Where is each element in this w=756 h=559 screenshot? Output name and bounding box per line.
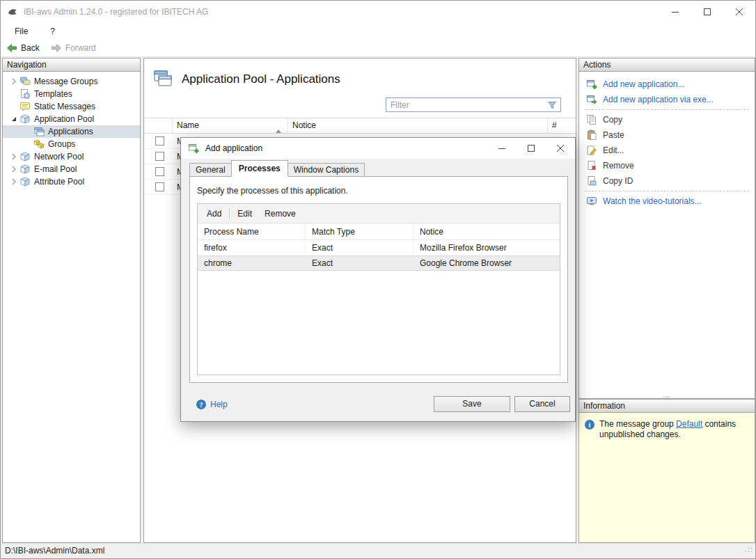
close-button[interactable] <box>723 1 755 23</box>
process-row-firefox[interactable]: firefox Exact Mozilla Firefox Browser <box>198 240 560 255</box>
action-label: Remove <box>603 161 634 171</box>
column-count-label: # <box>552 120 557 130</box>
chevron-right-icon[interactable] <box>8 151 19 162</box>
row-checkbox[interactable] <box>155 152 164 161</box>
dialog-close-button[interactable] <box>546 138 575 159</box>
app-window: IBI-aws Admin 1.24.0 - registered for IB… <box>0 0 756 559</box>
sidebar-item-applications[interactable]: Applications <box>3 125 140 138</box>
menu-help[interactable]: ? <box>47 25 58 38</box>
column-count[interactable]: # <box>548 118 576 133</box>
sidebar-item-message-groups[interactable]: Message Groups <box>3 75 140 88</box>
remove-icon <box>586 160 597 171</box>
action-watch-video-tutorials[interactable]: Watch the video-tutorials... <box>579 194 755 209</box>
remove-process-button[interactable]: Remove <box>258 209 302 219</box>
maximize-button[interactable] <box>691 1 723 23</box>
edit-process-button[interactable]: Edit <box>231 209 258 219</box>
cancel-button[interactable]: Cancel <box>514 396 570 412</box>
add-application-icon <box>586 79 597 90</box>
column-process-name[interactable]: Process Name <box>198 223 306 239</box>
back-label: Back <box>21 43 40 53</box>
sidebar-item-groups[interactable]: Groups <box>3 138 140 150</box>
add-process-button[interactable]: Add <box>200 209 228 219</box>
add-application-exe-icon <box>586 94 597 105</box>
column-notice-label: Notice <box>292 120 316 130</box>
column-match-type[interactable]: Match Type <box>306 223 414 239</box>
chevron-right-icon[interactable] <box>8 76 19 87</box>
action-edit[interactable]: Edit... <box>579 143 755 158</box>
sidebar-item-application-pool[interactable]: Application Pool <box>3 113 140 125</box>
action-label: Edit... <box>603 145 624 155</box>
column-checkbox <box>144 118 173 133</box>
application-pool-page-icon <box>152 68 173 90</box>
dialog-title: Add application <box>205 143 262 153</box>
tab-window-captions[interactable]: Window Captions <box>288 163 365 177</box>
column-notice[interactable]: Notice <box>288 118 548 133</box>
action-copy[interactable]: Copy <box>579 112 755 127</box>
toolbar-separator <box>229 208 230 219</box>
action-label: Watch the video-tutorials... <box>603 196 702 206</box>
resize-grip[interactable]: .:: <box>745 542 753 557</box>
back-icon <box>6 42 17 54</box>
tab-processes[interactable]: Processes <box>231 160 288 177</box>
applications-table-header: Name Notice # <box>144 118 576 134</box>
back-button[interactable]: Back <box>6 42 40 54</box>
row-checkbox[interactable] <box>155 136 164 145</box>
dialog-minimize-button[interactable] <box>487 138 517 159</box>
templates-icon <box>19 88 31 100</box>
actions-separator <box>585 109 749 110</box>
save-button[interactable]: Save <box>434 396 510 412</box>
sidebar-item-network-pool[interactable]: Network Pool <box>3 150 140 163</box>
sidebar-item-label: Static Messages <box>34 102 95 111</box>
groups-icon <box>33 139 45 150</box>
panel-splitter[interactable]: ... <box>579 392 755 397</box>
sidebar-item-static-messages[interactable]: Static Messages <box>3 100 140 113</box>
column-name[interactable]: Name <box>173 118 288 133</box>
sidebar-item-label: Message Groups <box>34 77 97 86</box>
action-paste[interactable]: Paste <box>579 127 755 143</box>
sidebar-item-attribute-pool[interactable]: Attribute Pool <box>3 175 140 188</box>
sidebar-item-email-pool[interactable]: E-mail Pool <box>3 163 140 175</box>
action-label: Paste <box>603 130 624 140</box>
sidebar-item-templates[interactable]: Templates <box>3 88 140 100</box>
action-copy-id[interactable]: Copy ID <box>579 173 755 189</box>
process-row-chrome[interactable]: chrome Exact Google Chrome Browser <box>198 255 560 271</box>
dialog-maximize-button[interactable] <box>517 138 546 159</box>
network-pool-icon <box>19 151 31 162</box>
chevron-right-icon[interactable] <box>8 176 19 187</box>
process-name: chrome <box>198 256 306 270</box>
row-checkbox[interactable] <box>155 167 164 176</box>
applications-icon <box>33 126 45 137</box>
default-message-group-link[interactable]: Default <box>676 419 702 429</box>
filter-icon[interactable] <box>546 100 558 111</box>
processes-tab-pane: Specify the processes of this applicatio… <box>189 176 568 383</box>
tab-general[interactable]: General <box>189 163 232 177</box>
titlebar: IBI-aws Admin 1.24.0 - registered for IB… <box>1 1 755 23</box>
help-link[interactable]: ? Help <box>196 400 228 409</box>
statusbar: D:\IBI-aws\Admin\Data.xml .:: <box>1 543 755 558</box>
maximize-icon <box>528 145 535 152</box>
message-groups-icon <box>19 76 31 87</box>
menu-file[interactable]: File <box>12 25 31 38</box>
sidebar-item-label: Groups <box>48 139 75 149</box>
chevron-right-icon[interactable] <box>8 164 19 175</box>
application-pool-icon <box>19 113 31 125</box>
add-application-dialog-icon <box>188 143 199 154</box>
filter-input[interactable] <box>386 99 546 111</box>
column-notice[interactable]: Notice <box>414 223 560 239</box>
action-label: Add new application via exe... <box>603 95 714 104</box>
sidebar-item-label: Network Pool <box>34 152 84 162</box>
action-label: Add new application... <box>603 79 684 89</box>
action-remove[interactable]: Remove <box>579 158 755 173</box>
minimize-button[interactable] <box>659 1 691 23</box>
action-add-new-application-via-exe[interactable]: Add new application via exe... <box>579 92 755 107</box>
static-messages-icon <box>19 101 31 112</box>
action-add-new-application[interactable]: Add new application... <box>579 77 755 92</box>
filter-container <box>386 97 561 112</box>
copy-id-icon <box>586 175 597 187</box>
row-checkbox[interactable] <box>155 182 164 191</box>
app-logo-icon <box>7 6 18 17</box>
chevron-expanded-icon[interactable] <box>8 113 19 125</box>
minimize-icon <box>498 145 505 152</box>
forward-button[interactable]: Forward <box>51 42 96 54</box>
column-name-label: Name <box>177 120 199 130</box>
